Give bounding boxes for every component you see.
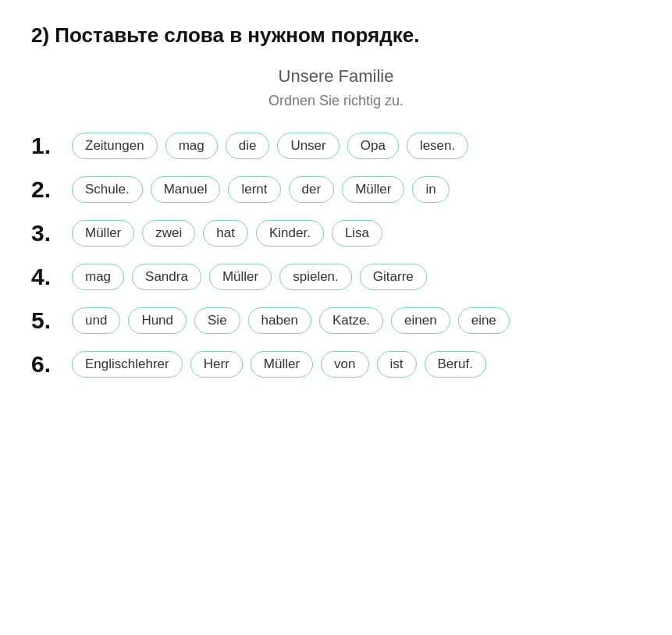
words-container: ZeitungenmagdieUnserOpalesen. [72, 133, 468, 159]
word-chip[interactable]: Hund [128, 307, 187, 334]
word-chip[interactable]: Sie [194, 307, 240, 334]
words-container: EnglischlehrerHerrMüllervonistBeruf. [72, 351, 486, 378]
row-number: 3. [31, 220, 62, 247]
row-number: 5. [31, 307, 62, 334]
instruction: 2) Поставьте слова в нужном порядке. [31, 23, 641, 48]
word-chip[interactable]: Müller [209, 264, 272, 290]
word-chip[interactable]: hat [203, 220, 248, 247]
word-chip[interactable]: Beruf. [425, 351, 486, 378]
row-number: 2. [31, 176, 62, 203]
word-chip[interactable]: lesen. [407, 133, 468, 159]
exercise-row: 5.undHundSiehabenKatze.eineneine [31, 307, 641, 334]
word-chip[interactable]: Schule. [72, 176, 143, 203]
word-chip[interactable]: Kinder. [256, 220, 324, 247]
word-chip[interactable]: Müller [72, 220, 134, 247]
exercise-row: 6.EnglischlehrerHerrMüllervonistBeruf. [31, 351, 641, 378]
word-chip[interactable]: einen [391, 307, 450, 334]
word-chip[interactable]: der [289, 176, 335, 203]
row-number: 1. [31, 133, 62, 159]
word-chip[interactable]: Müller [251, 351, 313, 378]
word-chip[interactable]: und [72, 307, 120, 334]
word-chip[interactable]: Lisa [332, 220, 382, 247]
word-chip[interactable]: haben [248, 307, 311, 334]
word-chip[interactable]: mag [72, 264, 124, 290]
word-chip[interactable]: Gitarre [360, 264, 427, 290]
words-container: MüllerzweihatKinder.Lisa [72, 220, 382, 247]
word-chip[interactable]: Müller [342, 176, 404, 203]
word-chip[interactable]: Englischlehrer [72, 351, 183, 378]
word-chip[interactable]: zwei [142, 220, 195, 247]
word-chip[interactable]: Katze. [319, 307, 383, 334]
word-chip[interactable]: Unser [277, 133, 339, 159]
words-container: undHundSiehabenKatze.eineneine [72, 307, 510, 334]
word-chip[interactable]: Opa [347, 133, 399, 159]
word-chip[interactable]: die [226, 133, 270, 159]
word-chip[interactable]: lernt [228, 176, 280, 203]
exercise-list: 1.ZeitungenmagdieUnserOpalesen.2.Schule.… [31, 133, 641, 378]
exercise-row: 2.Schule.ManuellerntderMüllerin [31, 176, 641, 203]
words-container: magSandraMüllerspielen.Gitarre [72, 264, 427, 290]
word-chip[interactable]: von [321, 351, 368, 378]
row-number: 6. [31, 351, 62, 378]
word-chip[interactable]: mag [165, 133, 218, 159]
word-chip[interactable]: eine [458, 307, 510, 334]
word-chip[interactable]: Manuel [151, 176, 221, 203]
word-chip[interactable]: Sandra [132, 264, 201, 290]
word-chip[interactable]: ist [377, 351, 417, 378]
word-chip[interactable]: Herr [190, 351, 243, 378]
word-chip[interactable]: spielen. [279, 264, 352, 290]
title: Unsere Familie [31, 66, 641, 87]
exercise-row: 4.magSandraMüllerspielen.Gitarre [31, 264, 641, 290]
word-chip[interactable]: in [412, 176, 449, 203]
subtitle: Ordnen Sie richtig zu. [31, 93, 641, 109]
exercise-row: 3.MüllerzweihatKinder.Lisa [31, 220, 641, 247]
words-container: Schule.ManuellerntderMüllerin [72, 176, 450, 203]
word-chip[interactable]: Zeitungen [72, 133, 158, 159]
row-number: 4. [31, 264, 62, 290]
exercise-row: 1.ZeitungenmagdieUnserOpalesen. [31, 133, 641, 159]
